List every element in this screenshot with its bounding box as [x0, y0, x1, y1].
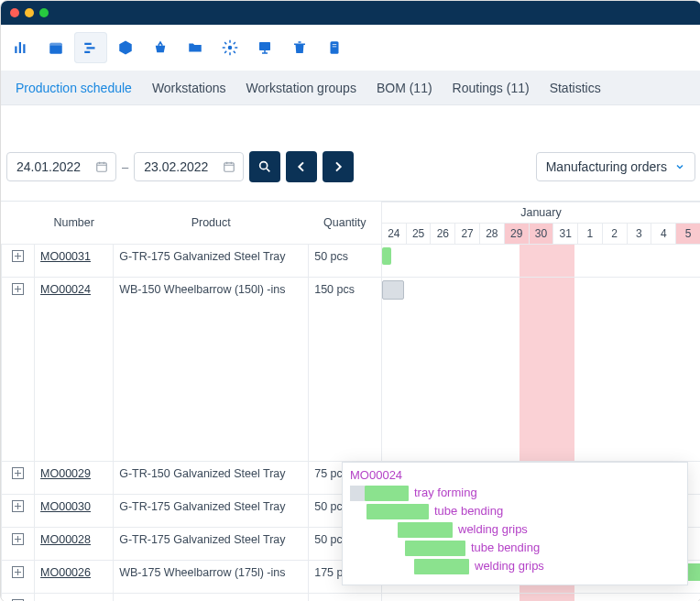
expand-button[interactable]	[2, 495, 35, 528]
month-label: January	[381, 202, 700, 224]
day-header: 28	[479, 224, 504, 245]
quantity-cell: 150 pcs	[309, 278, 382, 462]
search-button[interactable]	[249, 151, 280, 182]
svg-rect-13	[97, 163, 107, 171]
svg-rect-1	[19, 42, 21, 53]
maximize-dot[interactable]	[39, 8, 49, 17]
order-number-link[interactable]: MO00030	[40, 500, 91, 513]
svg-rect-12	[333, 47, 337, 48]
svg-rect-6	[87, 47, 95, 49]
iconbar	[1, 25, 700, 71]
toolbar: – Manufacturing orders	[1, 105, 700, 201]
day-header: 24	[381, 224, 406, 245]
calendar-icon[interactable]	[39, 32, 72, 63]
view-select[interactable]: Manufacturing orders	[536, 152, 695, 181]
gantt-icon[interactable]	[74, 32, 107, 63]
svg-rect-14	[224, 163, 235, 171]
svg-rect-7	[84, 51, 90, 53]
day-header: 25	[406, 224, 431, 245]
product-cell: WB-150 Wheelbarrow (150l) -ins	[114, 278, 309, 462]
svg-rect-11	[333, 44, 337, 45]
day-header: 5	[676, 224, 700, 245]
day-header: 26	[431, 224, 455, 245]
col-product: Product	[114, 202, 309, 245]
date-separator: –	[122, 160, 128, 174]
close-dot[interactable]	[10, 8, 19, 17]
timeline-cell[interactable]	[381, 278, 700, 462]
day-header: 27	[455, 224, 480, 245]
folder-icon[interactable]	[179, 32, 212, 63]
order-number-link[interactable]: MO00024	[40, 283, 91, 296]
order-number-link[interactable]: MO00028	[40, 533, 91, 546]
expand-button[interactable]	[2, 245, 35, 278]
order-tooltip: MO00024 tray forming tube bending weldin…	[342, 462, 688, 585]
date-to-input[interactable]	[142, 158, 217, 175]
basket-icon[interactable]	[144, 32, 177, 63]
product-cell: G-TR-175 Galvanized Steel Tray	[114, 495, 309, 528]
day-header: 4	[651, 224, 676, 245]
tabbar: Production schedule Workstations Worksta…	[1, 71, 700, 105]
minimize-dot[interactable]	[25, 8, 34, 17]
calendar-small-icon	[223, 160, 235, 173]
svg-rect-5	[84, 43, 92, 45]
order-number-link[interactable]: MO00029	[40, 467, 91, 480]
gantt-bar[interactable]	[382, 247, 391, 265]
quantity-cell: 50 pcs	[309, 245, 382, 278]
tab-routings[interactable]: Routings (11)	[453, 81, 530, 95]
svg-rect-4	[49, 43, 62, 46]
titlebar	[1, 1, 700, 25]
svg-point-8	[228, 46, 233, 50]
op-label: welding grips	[458, 522, 528, 536]
document-icon[interactable]	[318, 32, 351, 63]
day-header: 2	[602, 224, 627, 245]
order-number-link[interactable]: MO00031	[40, 250, 91, 263]
day-header: 29	[504, 224, 529, 245]
date-from-input[interactable]	[15, 158, 90, 175]
trash-icon[interactable]	[283, 32, 316, 63]
product-cell: G-TR-175 Galvanized Steel Tray	[114, 528, 309, 561]
product-cell: WB-175 Wheelbarrow (175l) -ins	[114, 594, 309, 602]
tab-workstation-groups[interactable]: Workstation groups	[246, 81, 356, 95]
day-header: 1	[578, 224, 603, 245]
op-label: tube bending	[434, 504, 503, 518]
tooltip-title: MO00024	[350, 468, 680, 482]
dashboard-icon[interactable]	[5, 32, 38, 63]
next-button[interactable]	[323, 151, 354, 182]
tab-bom[interactable]: BOM (11)	[377, 81, 432, 95]
date-to-field[interactable]	[134, 152, 244, 181]
tab-workstations[interactable]: Workstations	[152, 81, 226, 95]
quantity-cell: 125 pcs	[309, 594, 382, 602]
box-icon[interactable]	[109, 32, 142, 63]
product-cell: G-TR-150 Galvanized Steel Tray	[114, 462, 309, 495]
presentation-icon[interactable]	[248, 32, 281, 63]
date-from-field[interactable]	[6, 152, 116, 181]
col-quantity: Quantity	[309, 202, 382, 245]
op-label: welding grips	[475, 559, 544, 573]
expand-button[interactable]	[2, 594, 35, 602]
timeline-cell[interactable]	[381, 594, 700, 602]
table-row: MO00031G-TR-175 Galvanized Steel Tray50 …	[2, 245, 701, 278]
tab-production-schedule[interactable]: Production schedule	[16, 81, 132, 95]
expand-button[interactable]	[2, 561, 35, 594]
prev-button[interactable]	[286, 151, 317, 182]
expand-button[interactable]	[2, 278, 35, 462]
order-number-link[interactable]: MO00026	[40, 566, 91, 579]
svg-rect-9	[259, 42, 270, 50]
op-label: tube bending	[471, 541, 540, 554]
product-cell: WB-175 Wheelbarrow (175l) -ins	[114, 561, 309, 594]
tab-statistics[interactable]: Statistics	[550, 81, 601, 95]
gear-icon[interactable]	[213, 32, 246, 63]
svg-rect-10	[331, 41, 339, 54]
svg-rect-0	[15, 47, 16, 54]
svg-rect-2	[23, 44, 25, 53]
view-select-label: Manufacturing orders	[546, 159, 667, 174]
expand-button[interactable]	[2, 462, 35, 495]
day-header: 3	[627, 224, 651, 245]
timeline-cell[interactable]	[381, 245, 700, 278]
table-row: MO00024WB-150 Wheelbarrow (150l) -ins150…	[2, 278, 701, 462]
product-cell: G-TR-175 Galvanized Steel Tray	[114, 245, 309, 278]
col-number: Number	[35, 202, 114, 245]
svg-point-15	[260, 162, 268, 169]
expand-button[interactable]	[2, 528, 35, 561]
gantt-bar[interactable]	[382, 280, 404, 300]
